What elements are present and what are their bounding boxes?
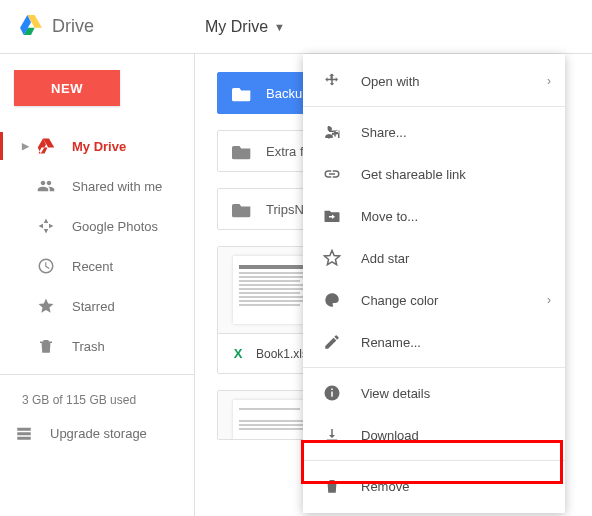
star-icon xyxy=(321,249,343,267)
nav-label: Trash xyxy=(72,339,105,354)
info-icon xyxy=(321,384,343,402)
main-content: Backup Blog Extra f TripsN xyxy=(195,54,592,516)
sidebar-item-photos[interactable]: Google Photos xyxy=(0,206,194,246)
menu-label: Add star xyxy=(361,251,409,266)
chevron-right-icon: › xyxy=(547,74,551,88)
svg-point-0 xyxy=(328,127,333,132)
palette-icon xyxy=(321,291,343,309)
menu-item-shareable-link[interactable]: Get shareable link xyxy=(303,153,565,195)
sidebar-item-trash[interactable]: Trash xyxy=(0,326,194,366)
xls-icon: X xyxy=(230,346,246,362)
menu-label: Open with xyxy=(361,74,420,89)
nav-label: Shared with me xyxy=(72,179,162,194)
caret-right-icon: ▶ xyxy=(22,141,30,151)
photos-icon xyxy=(36,217,56,235)
context-menu: Open with › Share... Get shareable link … xyxy=(303,54,565,513)
nav-label: Recent xyxy=(72,259,113,274)
menu-item-change-color[interactable]: Change color › xyxy=(303,279,565,321)
menu-item-view-details[interactable]: View details xyxy=(303,372,565,414)
rename-icon xyxy=(321,333,343,351)
folder-icon xyxy=(232,200,252,218)
folder-icon xyxy=(232,142,252,160)
trash-icon xyxy=(321,477,343,495)
clock-icon xyxy=(36,257,56,275)
chevron-right-icon: › xyxy=(547,293,551,307)
open-with-icon xyxy=(321,72,343,90)
sidebar-item-shared[interactable]: Shared with me xyxy=(0,166,194,206)
menu-divider xyxy=(303,367,565,368)
sidebar-item-my-drive[interactable]: ▶ My Drive xyxy=(0,126,194,166)
menu-item-open-with[interactable]: Open with › xyxy=(303,60,565,102)
dropdown-arrow-icon: ▼ xyxy=(274,21,285,33)
link-icon xyxy=(321,165,343,183)
menu-label: View details xyxy=(361,386,430,401)
menu-divider xyxy=(303,460,565,461)
shared-icon xyxy=(36,177,56,195)
menu-item-share[interactable]: Share... xyxy=(303,111,565,153)
drive-icon xyxy=(36,137,56,155)
menu-item-download[interactable]: Download xyxy=(303,414,565,456)
folder-label: Extra f xyxy=(266,144,304,159)
menu-label: Change color xyxy=(361,293,438,308)
divider xyxy=(0,374,194,375)
folder-icon xyxy=(232,84,252,102)
sidebar: NEW ▶ My Drive Shared with me Google Pho… xyxy=(0,54,195,516)
drive-logo-icon xyxy=(20,15,42,38)
download-icon xyxy=(321,426,343,444)
trash-icon xyxy=(36,337,56,355)
breadcrumb-label: My Drive xyxy=(205,18,268,36)
header: Drive My Drive ▼ xyxy=(0,0,592,54)
menu-item-move-to[interactable]: Move to... xyxy=(303,195,565,237)
storage-usage-text: 3 GB of 115 GB used xyxy=(0,383,194,413)
sidebar-item-recent[interactable]: Recent xyxy=(0,246,194,286)
menu-label: Rename... xyxy=(361,335,421,350)
star-icon xyxy=(36,297,56,315)
menu-label: Download xyxy=(361,428,419,443)
menu-label: Remove xyxy=(361,479,409,494)
menu-divider xyxy=(303,106,565,107)
logo-area[interactable]: Drive xyxy=(20,15,205,38)
svg-rect-2 xyxy=(331,392,333,397)
breadcrumb[interactable]: My Drive ▼ xyxy=(205,18,285,36)
menu-label: Get shareable link xyxy=(361,167,466,182)
app-name: Drive xyxy=(52,16,94,37)
sidebar-item-upgrade[interactable]: Upgrade storage xyxy=(0,413,194,453)
menu-item-add-star[interactable]: Add star xyxy=(303,237,565,279)
new-button[interactable]: NEW xyxy=(14,70,120,106)
menu-item-rename[interactable]: Rename... xyxy=(303,321,565,363)
menu-item-remove[interactable]: Remove xyxy=(303,465,565,507)
svg-rect-3 xyxy=(331,389,333,391)
file-name: Book1.xls xyxy=(256,347,308,361)
menu-label: Move to... xyxy=(361,209,418,224)
share-icon xyxy=(321,123,343,141)
nav-label: My Drive xyxy=(72,139,126,154)
nav-label: Google Photos xyxy=(72,219,158,234)
storage-icon xyxy=(14,424,34,442)
nav-label: Starred xyxy=(72,299,115,314)
folder-label: TripsN xyxy=(266,202,304,217)
move-to-icon xyxy=(321,207,343,225)
nav-label: Upgrade storage xyxy=(50,426,147,441)
menu-label: Share... xyxy=(361,125,407,140)
sidebar-item-starred[interactable]: Starred xyxy=(0,286,194,326)
